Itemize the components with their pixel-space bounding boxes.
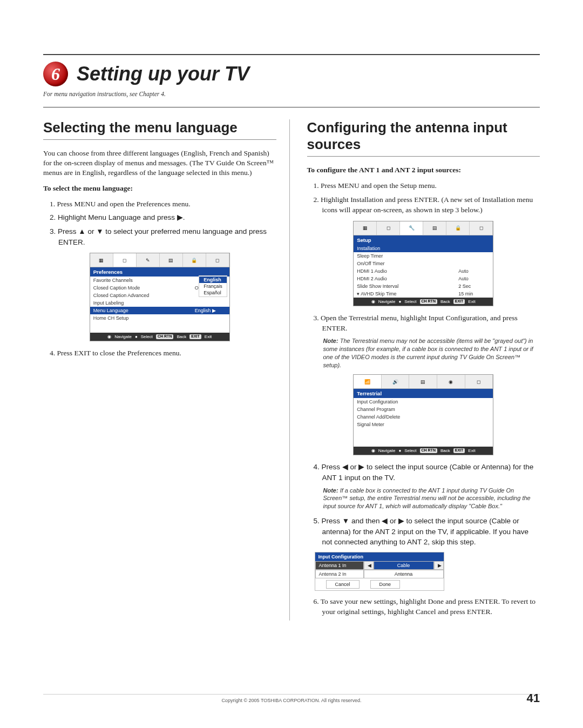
osd-row-label: Menu Language <box>93 308 128 313</box>
right-subhead: To configure the ANT 1 and ANT 2 input s… <box>307 165 540 175</box>
right-step-1: 1. Press MENU and open the Setup menu. <box>314 180 540 191</box>
tab-icon: ▤ <box>421 379 425 385</box>
osd-row-val: 2 Sec <box>458 284 490 289</box>
osd-row-val: Auto <box>458 276 490 281</box>
divider <box>43 107 540 107</box>
osd-header: Setup <box>354 235 493 245</box>
tab-icon: ▦ <box>99 258 104 263</box>
osd-row-label: Input Configuration <box>357 399 398 405</box>
tab-icon: ◻ <box>477 379 480 385</box>
input-configuration-panel: Input Configuration Antenna 1 In ◀ Cable… <box>315 552 444 591</box>
osd-row-label: Channel Program <box>357 407 395 412</box>
osd-row-val: 15 min <box>458 291 490 296</box>
osd-row-label: Closed Caption Advanced <box>93 293 150 298</box>
tab-icon: ◻ <box>479 225 483 231</box>
antenna-icon: 📶 <box>364 379 370 385</box>
note-2: Note: If a cable box is connected to the… <box>323 487 540 511</box>
osd-terrestrial: 📶 🔊 ▤ ◉ ◻ Terrestrial Input Configuratio… <box>353 374 493 455</box>
wrench-icon: 🔧 <box>409 225 415 231</box>
lang-option: English <box>199 277 227 283</box>
done-button: Done <box>370 580 401 589</box>
right-step-5: 5. Press ▼ and then ◀ or ▶ to select the… <box>314 516 540 548</box>
right-arrow-icon: ▶ <box>434 561 444 570</box>
lang-option: Español <box>199 289 227 296</box>
osd-footer: ◉Navigate ●Select CH RTNBack EXITExit <box>354 447 493 455</box>
osd-header: Terrestrial <box>354 389 493 398</box>
section-rule <box>307 156 540 157</box>
lock-icon: 🔒 <box>455 225 461 231</box>
tab-icon: 🔊 <box>392 379 398 385</box>
copyright: Copyright © 2005 TOSHIBA CORPORATION. Al… <box>221 698 361 703</box>
tab-icon: ◻ <box>387 225 390 231</box>
left-step-4: 4. Press EXIT to close the Preferences m… <box>50 348 276 359</box>
tab-icon: ◻ <box>215 258 219 263</box>
ic-row1-label: Antenna 1 In <box>315 561 364 570</box>
osd-row-label: Sleep Timer <box>357 253 383 259</box>
cancel-button: Cancel <box>326 580 360 589</box>
section-heading-right: Configuring the antenna input sources <box>307 119 540 153</box>
note-1: Note: The Terrestrial menu may not be ac… <box>323 337 540 369</box>
tab-icon: ◻ <box>123 258 126 263</box>
right-step-6: 6. To save your new settings, highlight … <box>314 596 540 617</box>
right-step-3: 3. Open the Terrestrial menu, highlight … <box>314 313 540 334</box>
page-footer: Copyright © 2005 TOSHIBA CORPORATION. Al… <box>43 694 540 703</box>
tab-icon: ◉ <box>449 379 453 385</box>
left-step-3: 3. Press ▲ or ▼ to select your preferred… <box>50 226 276 247</box>
chapter-title: Setting up your TV <box>77 63 249 85</box>
tab-icon: ▤ <box>432 225 437 231</box>
osd-preferences: ▦ ◻ ✎ ▤ 🔒 ◻ Preferences Favorite Channel… <box>90 253 230 341</box>
tab-icon: ▦ <box>363 225 368 231</box>
ic-row1-val: Cable <box>374 561 434 570</box>
osd-row-label: HDMI 1 Audio <box>357 268 387 274</box>
chapter-number-badge: 6 <box>43 62 68 86</box>
section-heading-left: Selecting the menu language <box>43 119 276 136</box>
left-intro: You can choose from three different lang… <box>43 149 276 178</box>
osd-row-label: HDMI 2 Audio <box>357 276 387 281</box>
section-rule <box>43 139 276 140</box>
osd-row-label: Channel Add/Delete <box>357 414 400 420</box>
osd-row-label: Slide Show Interval <box>357 284 398 289</box>
right-step-4: 4. Press ◀ or ▶ to select the input sour… <box>314 462 540 483</box>
top-rule <box>43 54 540 55</box>
osd-footer: ◉Navigate ●Select CH RTNBack EXITExit <box>354 298 493 306</box>
osd-row-label: Installation <box>357 246 380 251</box>
osd-row-label: Closed Caption Mode <box>93 285 140 291</box>
osd-row-label: Signal Meter <box>357 422 384 427</box>
osd-row-label: Favorite Channels <box>93 278 133 283</box>
chapter-header: 6 Setting up your TV <box>43 62 540 86</box>
lang-option: Français <box>199 283 227 289</box>
osd-row-val: English ▶ <box>195 308 226 313</box>
osd-row-label: Home CH Setup <box>93 315 129 321</box>
tab-icon: ▤ <box>168 258 173 263</box>
left-column: Selecting the menu language You can choo… <box>43 119 290 621</box>
osd-footer: ◉Navigate ●Select CH RTNBack EXITExit <box>90 333 229 341</box>
left-subhead: To select the menu language: <box>43 184 276 193</box>
page-number: 41 <box>527 691 540 705</box>
left-arrow-icon: ◀ <box>364 561 374 570</box>
osd-setup: ▦ ◻ 🔧 ▤ 🔒 ◻ Setup Installation Sleep Tim… <box>353 221 493 306</box>
tab-icon: ✎ <box>146 258 150 263</box>
right-step-2: 2. Highlight Installation and press ENTE… <box>314 194 540 215</box>
chapter-subnote: For menu navigation instructions, see Ch… <box>43 91 540 97</box>
left-step-1: 1. Press MENU and open the Preferences m… <box>50 199 276 210</box>
ic-row2-label: Antenna 2 In <box>315 570 364 578</box>
left-step-2: 2. Highlight Menu Language and press ▶. <box>50 212 276 223</box>
ic-row2-val: Antenna <box>364 570 444 578</box>
osd-row-val: Auto <box>458 268 490 274</box>
osd-row-label: AVHD Skip Time <box>361 291 396 296</box>
osd-row-label: Input Labeling <box>93 300 124 306</box>
osd-row-label: On/Off Timer <box>357 261 384 266</box>
ic-header: Input Configuration <box>315 552 444 561</box>
right-column: Configuring the antenna input sources To… <box>305 119 540 621</box>
lock-icon: 🔒 <box>191 258 197 263</box>
